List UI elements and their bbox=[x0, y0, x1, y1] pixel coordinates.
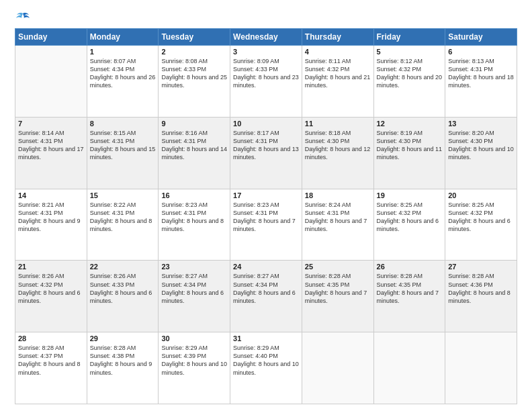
calendar-day-cell: 10Sunrise: 8:17 AMSunset: 4:31 PMDayligh… bbox=[230, 117, 302, 189]
sunrise-text: Sunrise: 8:27 AM bbox=[161, 273, 208, 279]
calendar-day-cell: 1Sunrise: 8:07 AMSunset: 4:34 PMDaylight… bbox=[87, 46, 159, 118]
sunrise-text: Sunrise: 8:28 AM bbox=[90, 345, 136, 351]
header bbox=[15, 12, 517, 21]
weekday-header-row: Sunday Monday Tuesday Wednesday Thursday… bbox=[15, 29, 517, 46]
sunset-text: Sunset: 4:33 PM bbox=[90, 281, 135, 288]
sunset-text: Sunset: 4:36 PM bbox=[448, 281, 493, 288]
day-info: Sunrise: 8:22 AMSunset: 4:31 PMDaylight:… bbox=[90, 201, 156, 234]
calendar-week-row: 28Sunrise: 8:28 AMSunset: 4:37 PMDayligh… bbox=[15, 332, 517, 404]
day-info: Sunrise: 8:25 AMSunset: 4:32 PMDaylight:… bbox=[377, 201, 443, 234]
sunrise-text: Sunrise: 8:26 AM bbox=[18, 273, 64, 279]
calendar-day-cell: 20Sunrise: 8:25 AMSunset: 4:32 PMDayligh… bbox=[445, 189, 517, 261]
day-number: 7 bbox=[18, 120, 84, 128]
day-number: 24 bbox=[233, 263, 299, 271]
calendar-day-cell: 30Sunrise: 8:29 AMSunset: 4:39 PMDayligh… bbox=[159, 332, 230, 404]
calendar-day-cell: 22Sunrise: 8:26 AMSunset: 4:33 PMDayligh… bbox=[87, 261, 159, 332]
day-info: Sunrise: 8:29 AMSunset: 4:40 PMDaylight:… bbox=[233, 344, 299, 377]
calendar-day-cell: 2Sunrise: 8:08 AMSunset: 4:33 PMDaylight… bbox=[159, 46, 230, 118]
calendar-week-row: 21Sunrise: 8:26 AMSunset: 4:32 PMDayligh… bbox=[15, 261, 517, 332]
header-thursday: Thursday bbox=[302, 29, 373, 46]
daylight-text: Daylight: 8 hours and 7 minutes. bbox=[377, 289, 439, 304]
day-info: Sunrise: 8:23 AMSunset: 4:31 PMDaylight:… bbox=[161, 201, 227, 234]
sunrise-text: Sunrise: 8:25 AM bbox=[377, 201, 423, 208]
calendar-day-cell: 29Sunrise: 8:28 AMSunset: 4:38 PMDayligh… bbox=[87, 332, 159, 404]
daylight-text: Daylight: 8 hours and 23 minutes. bbox=[233, 74, 299, 89]
day-info: Sunrise: 8:28 AMSunset: 4:35 PMDaylight:… bbox=[305, 272, 371, 305]
day-info: Sunrise: 8:25 AMSunset: 4:32 PMDaylight:… bbox=[448, 201, 514, 234]
calendar-day-cell: 6Sunrise: 8:13 AMSunset: 4:31 PMDaylight… bbox=[445, 46, 517, 118]
daylight-text: Daylight: 8 hours and 26 minutes. bbox=[90, 74, 156, 89]
sunset-text: Sunset: 4:30 PM bbox=[305, 138, 350, 144]
day-number: 12 bbox=[377, 120, 443, 128]
day-number: 22 bbox=[90, 263, 156, 271]
daylight-text: Daylight: 8 hours and 9 minutes. bbox=[90, 361, 152, 375]
daylight-text: Daylight: 8 hours and 7 minutes. bbox=[233, 218, 296, 232]
logo-bird-icon bbox=[15, 12, 30, 24]
day-info: Sunrise: 8:27 AMSunset: 4:34 PMDaylight:… bbox=[161, 272, 227, 305]
sunrise-text: Sunrise: 8:24 AM bbox=[305, 201, 351, 208]
day-number: 10 bbox=[233, 120, 299, 128]
day-info: Sunrise: 8:23 AMSunset: 4:31 PMDaylight:… bbox=[233, 201, 299, 234]
calendar-day-cell: 28Sunrise: 8:28 AMSunset: 4:37 PMDayligh… bbox=[15, 332, 87, 404]
day-number: 26 bbox=[377, 263, 443, 271]
sunset-text: Sunset: 4:31 PM bbox=[305, 210, 350, 216]
day-info: Sunrise: 8:12 AMSunset: 4:32 PMDaylight:… bbox=[377, 57, 443, 90]
day-number: 8 bbox=[90, 120, 156, 128]
sunrise-text: Sunrise: 8:16 AM bbox=[161, 130, 208, 136]
sunset-text: Sunset: 4:32 PM bbox=[305, 66, 350, 73]
sunrise-text: Sunrise: 8:13 AM bbox=[448, 58, 494, 64]
calendar-week-row: 14Sunrise: 8:21 AMSunset: 4:31 PMDayligh… bbox=[15, 189, 517, 261]
header-friday: Friday bbox=[373, 29, 445, 46]
sunrise-text: Sunrise: 8:28 AM bbox=[448, 273, 494, 279]
calendar-day-cell: 31Sunrise: 8:29 AMSunset: 4:40 PMDayligh… bbox=[230, 332, 302, 404]
calendar-day-cell: 4Sunrise: 8:11 AMSunset: 4:32 PMDaylight… bbox=[302, 46, 373, 118]
sunrise-text: Sunrise: 8:08 AM bbox=[161, 58, 208, 64]
daylight-text: Daylight: 8 hours and 13 minutes. bbox=[233, 146, 299, 161]
day-number: 28 bbox=[18, 334, 84, 342]
sunrise-text: Sunrise: 8:22 AM bbox=[90, 201, 136, 208]
day-number: 21 bbox=[18, 263, 84, 271]
sunset-text: Sunset: 4:32 PM bbox=[377, 66, 422, 73]
sunset-text: Sunset: 4:32 PM bbox=[448, 210, 493, 216]
calendar-day-cell bbox=[373, 332, 445, 404]
sunset-text: Sunset: 4:35 PM bbox=[377, 281, 422, 288]
sunrise-text: Sunrise: 8:17 AM bbox=[233, 130, 279, 136]
sunrise-text: Sunrise: 8:15 AM bbox=[90, 130, 136, 136]
calendar-day-cell: 21Sunrise: 8:26 AMSunset: 4:32 PMDayligh… bbox=[15, 261, 87, 332]
sunrise-text: Sunrise: 8:26 AM bbox=[90, 273, 136, 279]
calendar-week-row: 7Sunrise: 8:14 AMSunset: 4:31 PMDaylight… bbox=[15, 117, 517, 189]
calendar-day-cell bbox=[445, 332, 517, 404]
sunset-text: Sunset: 4:34 PM bbox=[233, 281, 278, 288]
sunset-text: Sunset: 4:38 PM bbox=[90, 353, 135, 359]
daylight-text: Daylight: 8 hours and 9 minutes. bbox=[18, 218, 81, 232]
daylight-text: Daylight: 8 hours and 11 minutes. bbox=[377, 146, 443, 161]
sunrise-text: Sunrise: 8:09 AM bbox=[233, 58, 279, 64]
sunrise-text: Sunrise: 8:29 AM bbox=[161, 345, 208, 351]
sunrise-text: Sunrise: 8:21 AM bbox=[18, 201, 64, 208]
daylight-text: Daylight: 8 hours and 14 minutes. bbox=[161, 146, 227, 161]
day-info: Sunrise: 8:28 AMSunset: 4:38 PMDaylight:… bbox=[90, 344, 156, 377]
sunset-text: Sunset: 4:34 PM bbox=[90, 66, 135, 73]
daylight-text: Daylight: 8 hours and 6 minutes. bbox=[90, 289, 152, 304]
sunrise-text: Sunrise: 8:25 AM bbox=[448, 201, 494, 208]
sunset-text: Sunset: 4:31 PM bbox=[90, 210, 135, 216]
day-info: Sunrise: 8:14 AMSunset: 4:31 PMDaylight:… bbox=[18, 129, 84, 162]
calendar-day-cell: 25Sunrise: 8:28 AMSunset: 4:35 PMDayligh… bbox=[302, 261, 373, 332]
day-info: Sunrise: 8:16 AMSunset: 4:31 PMDaylight:… bbox=[161, 129, 227, 162]
day-number: 15 bbox=[90, 191, 156, 199]
sunset-text: Sunset: 4:33 PM bbox=[233, 66, 278, 73]
day-info: Sunrise: 8:11 AMSunset: 4:32 PMDaylight:… bbox=[305, 57, 371, 90]
sunset-text: Sunset: 4:35 PM bbox=[305, 281, 350, 288]
sunset-text: Sunset: 4:31 PM bbox=[233, 138, 278, 144]
sunset-text: Sunset: 4:31 PM bbox=[233, 210, 278, 216]
calendar-day-cell: 8Sunrise: 8:15 AMSunset: 4:31 PMDaylight… bbox=[87, 117, 159, 189]
page: Sunday Monday Tuesday Wednesday Thursday… bbox=[0, 0, 532, 411]
sunrise-text: Sunrise: 8:28 AM bbox=[305, 273, 351, 279]
day-info: Sunrise: 8:29 AMSunset: 4:39 PMDaylight:… bbox=[161, 344, 227, 377]
calendar-day-cell: 26Sunrise: 8:28 AMSunset: 4:35 PMDayligh… bbox=[373, 261, 445, 332]
calendar-day-cell bbox=[15, 46, 87, 118]
daylight-text: Daylight: 8 hours and 17 minutes. bbox=[18, 146, 84, 161]
day-number: 17 bbox=[233, 191, 299, 199]
day-info: Sunrise: 8:28 AMSunset: 4:35 PMDaylight:… bbox=[377, 272, 443, 305]
sunrise-text: Sunrise: 8:14 AM bbox=[18, 130, 64, 136]
